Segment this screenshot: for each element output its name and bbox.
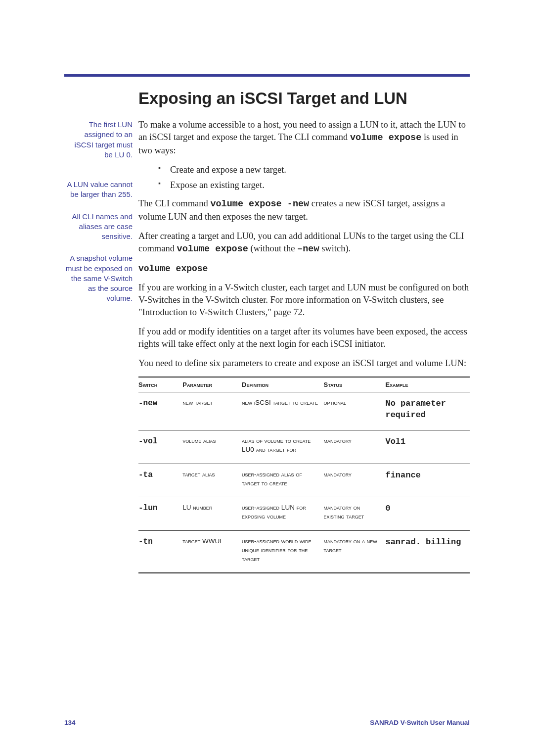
- table-header-row: Switch Parameter Definition Status Examp…: [138, 377, 470, 392]
- side-note-text: The first LUN assigned to an iSCSI targe…: [74, 120, 133, 159]
- side-note: All CLI names and aliases are case sensi…: [64, 212, 133, 242]
- cell-parameter: LU number: [182, 497, 242, 530]
- paragraph: If you add or modify identities on a tar…: [138, 326, 470, 350]
- col-status: Status: [324, 377, 386, 392]
- side-note: A snapshot volume must be exposed on the…: [64, 253, 133, 303]
- cell-definition: user-assigned alias of target to create: [242, 464, 323, 497]
- side-note: The first LUN assigned to an iSCSI targe…: [64, 120, 133, 160]
- col-parameter: Parameter: [182, 377, 242, 392]
- manual-title: SANRAD V-Switch User Manual: [370, 719, 470, 726]
- paragraph: You need to define six parameters to cre…: [138, 357, 470, 370]
- cell-example: No parameter required: [385, 392, 470, 430]
- page-footer: 134 SANRAD V-Switch User Manual: [64, 719, 470, 726]
- top-divider: [64, 74, 470, 77]
- side-note-text: All CLI names and aliases are case sensi…: [72, 212, 133, 241]
- col-example: Example: [385, 377, 470, 392]
- paragraph: To make a volume accessible to a host, y…: [138, 119, 470, 157]
- cell-switch: -new: [138, 392, 182, 430]
- table-row: -lun LU number user-assigned LUN for exp…: [138, 497, 470, 530]
- cell-example: finance: [385, 464, 470, 497]
- list-item-text: Create and expose a new target.: [170, 165, 286, 175]
- side-note: A LUN value cannot be larger than 255.: [64, 180, 133, 200]
- cell-parameter: new target: [182, 392, 242, 430]
- table-row: -new new target new iSCSI target to crea…: [138, 392, 470, 430]
- col-definition: Definition: [242, 377, 323, 392]
- cell-example: sanrad. billing: [385, 530, 470, 573]
- parameter-table: Switch Parameter Definition Status Examp…: [138, 377, 470, 573]
- bullet-list: Create and expose a new target. Expose a…: [138, 164, 470, 191]
- cell-switch: -vol: [138, 430, 182, 464]
- cell-definition: alias of volume to create LU0 and target…: [242, 430, 323, 464]
- cell-switch: -lun: [138, 497, 182, 530]
- body-text: (without the: [248, 243, 297, 253]
- cell-status: optional: [324, 392, 386, 430]
- cell-status: mandatory on a new target: [324, 530, 386, 573]
- cell-status: mandatory on existing target: [324, 497, 386, 530]
- side-notes-column: The first LUN assigned to an iSCSI targe…: [64, 119, 138, 316]
- cell-definition: new iSCSI target to create: [242, 392, 323, 430]
- col-switch: Switch: [138, 377, 182, 392]
- list-item: Create and expose a new target.: [158, 164, 470, 176]
- cell-parameter: volume alias: [182, 430, 242, 464]
- cli-command: volume expose: [350, 133, 421, 143]
- side-note-text: A snapshot volume must be exposed on the…: [66, 254, 133, 302]
- cell-parameter: target WWUI: [182, 530, 242, 573]
- table-row: -tn target WWUI user-assigned world wide…: [138, 530, 470, 573]
- list-item-text: Expose an existing target.: [170, 180, 265, 190]
- cell-parameter: target alias: [182, 464, 242, 497]
- paragraph: If you are working in a V-Switch cluster…: [138, 282, 470, 319]
- paragraph: After creating a target and LU0, you can…: [138, 230, 470, 256]
- cell-definition: user-assigned LUN for exposing volume: [242, 497, 323, 530]
- cli-command: volume expose -new: [210, 199, 309, 209]
- section-title: Exposing an iSCSI Target and LUN: [138, 89, 470, 108]
- page-number: 134: [64, 719, 76, 726]
- document-page: Exposing an iSCSI Target and LUN The fir…: [0, 0, 534, 756]
- cell-definition: user-assigned world wide unique identifi…: [242, 530, 323, 573]
- cell-status: mandatory: [324, 464, 386, 497]
- cell-example: Vol1: [385, 430, 470, 464]
- table-row: -vol volume alias alias of volume to cre…: [138, 430, 470, 464]
- table-row: -ta target alias user-assigned alias of …: [138, 464, 470, 497]
- body-text: switch).: [319, 243, 351, 253]
- command-heading: volume expose: [138, 263, 470, 275]
- content-row: The first LUN assigned to an iSCSI targe…: [64, 119, 470, 573]
- list-item: Expose an existing target.: [158, 179, 470, 191]
- cli-switch: –new: [297, 244, 319, 254]
- paragraph: The CLI command volume expose -new creat…: [138, 197, 470, 223]
- body-text: The CLI command: [138, 198, 210, 208]
- cell-status: mandatory: [324, 430, 386, 464]
- side-note-text: A LUN value cannot be larger than 255.: [67, 180, 133, 198]
- cell-switch: -ta: [138, 464, 182, 497]
- cell-example: 0: [385, 497, 470, 530]
- cell-switch: -tn: [138, 530, 182, 573]
- cli-command: volume expose: [177, 244, 248, 254]
- main-column: To make a volume accessible to a host, y…: [138, 119, 470, 573]
